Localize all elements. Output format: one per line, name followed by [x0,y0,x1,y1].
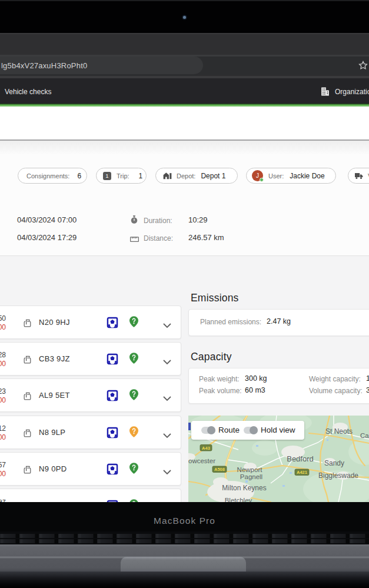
svg-text:A43: A43 [202,446,210,451]
svg-text:Pagnell: Pagnell [240,473,262,480]
svg-text:A421: A421 [297,470,307,475]
svg-text:Sandy: Sandy [324,459,344,467]
svg-text:Biggleswade: Biggleswade [318,471,358,480]
svg-text:owcester: owcester [188,457,215,464]
svg-text:Car: Car [360,432,369,439]
svg-text:St Neots: St Neots [325,427,353,436]
svg-text:Newport: Newport [237,466,263,473]
svg-text:Bletchley: Bletchley [225,497,252,502]
svg-text:Bedford: Bedford [287,454,314,463]
svg-text:Milton Keynes: Milton Keynes [222,484,266,492]
svg-text:A508: A508 [214,467,225,472]
